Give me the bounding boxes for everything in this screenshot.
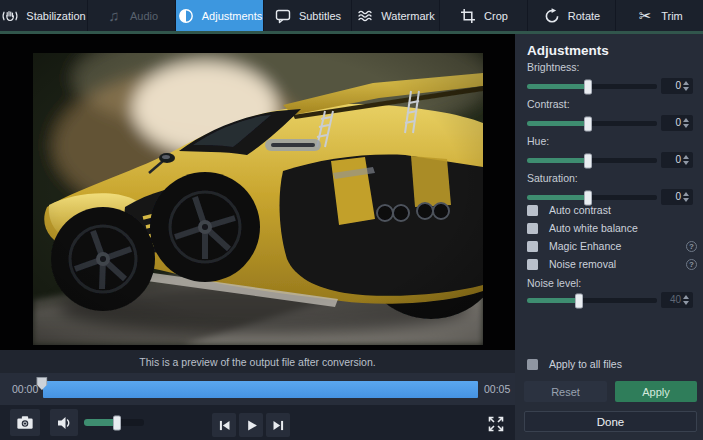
help-icon[interactable]: ? (686, 241, 697, 252)
magic-enhance-label: Magic Enhance (549, 240, 621, 252)
brightness-label: Brightness: (527, 61, 693, 74)
snapshot-button[interactable] (10, 409, 40, 436)
tab-rotate[interactable]: Rotate (528, 0, 616, 31)
slider-fill (527, 298, 579, 303)
next-frame-button[interactable] (266, 413, 290, 437)
magic-enhance-row[interactable]: Magic Enhance ? (527, 239, 697, 253)
spin-down-arrow (683, 301, 689, 305)
contrast-control: Contrast: 0 (527, 98, 693, 131)
video-converter-window: Stabilization ♫ Audio Adjustments S (0, 0, 703, 440)
apply-to-all-row[interactable]: Apply to all files (527, 357, 697, 371)
previous-frame-icon (217, 418, 232, 433)
adjustments-panel: Adjustments Brightness: 0 Contrast: (515, 34, 703, 440)
top-toolbar: Stabilization ♫ Audio Adjustments S (0, 0, 703, 31)
hue-label: Hue: (527, 135, 693, 148)
noise-level-slider[interactable] (527, 298, 657, 303)
panel-title: Adjustments (527, 43, 609, 58)
tab-label: Audio (130, 10, 158, 22)
apply-to-all-label: Apply to all files (549, 358, 622, 370)
contrast-value-spinbox[interactable]: 0 (661, 115, 693, 131)
auto-contrast-row[interactable]: Auto contrast (527, 203, 697, 217)
contrast-label: Contrast: (527, 98, 693, 111)
noise-level-control: 40 (527, 292, 693, 308)
contrast-slider-thumb[interactable] (584, 116, 592, 131)
help-icon[interactable]: ? (686, 259, 697, 270)
volume-speaker-icon (56, 415, 72, 431)
spin-up-arrow[interactable] (683, 192, 689, 196)
saturation-label: Saturation: (527, 172, 693, 185)
noise-removal-checkbox[interactable] (527, 259, 538, 270)
contrast-value: 0 (675, 115, 681, 131)
tab-adjustments[interactable]: Adjustments (176, 0, 264, 31)
stabilization-hand-icon (1, 7, 19, 24)
brightness-control: Brightness: 0 (527, 61, 693, 94)
video-preview-area (0, 34, 515, 350)
tab-label: Adjustments (202, 10, 263, 22)
contrast-slider[interactable] (527, 121, 657, 126)
tab-subtitles[interactable]: Subtitles (264, 0, 352, 31)
time-start-label: 00:00 (12, 373, 38, 405)
spin-up-arrow[interactable] (683, 81, 689, 85)
spin-down-arrow[interactable] (683, 161, 689, 165)
slider-fill (527, 195, 588, 200)
tab-stabilization[interactable]: Stabilization (0, 0, 88, 31)
tab-watermark[interactable]: Watermark (352, 0, 440, 31)
snapshot-camera-icon (16, 415, 34, 430)
spin-up-arrow[interactable] (683, 155, 689, 159)
video-frame-car-image (33, 53, 483, 345)
spin-down-arrow[interactable] (683, 198, 689, 202)
seek-bar[interactable] (43, 381, 478, 398)
auto-white-balance-row[interactable]: Auto white balance (527, 221, 697, 235)
slider-fill (527, 158, 588, 163)
audio-note-icon: ♫ (105, 7, 123, 24)
hue-slider[interactable] (527, 158, 657, 163)
saturation-slider[interactable] (527, 195, 657, 200)
next-frame-icon (271, 418, 286, 433)
play-icon (244, 418, 259, 433)
tab-label: Stabilization (26, 10, 85, 22)
auto-white-balance-label: Auto white balance (549, 222, 638, 234)
watermark-waves-icon (356, 7, 374, 24)
slider-fill (527, 121, 588, 126)
tab-label: Watermark (381, 10, 434, 22)
tab-crop[interactable]: Crop (440, 0, 528, 31)
fullscreen-button[interactable] (485, 413, 507, 435)
noise-level-value: 40 (670, 292, 681, 308)
noise-level-slider-thumb[interactable] (575, 293, 583, 308)
spin-up-arrow[interactable] (683, 118, 689, 122)
noise-removal-label: Noise removal (549, 258, 616, 270)
noise-removal-row[interactable]: Noise removal ? (527, 257, 697, 271)
rotate-arrow-icon (543, 7, 561, 24)
transport-bar (0, 405, 515, 440)
volume-thumb[interactable] (113, 415, 121, 430)
play-button[interactable] (239, 413, 263, 437)
brightness-slider[interactable] (527, 84, 657, 89)
noise-level-label: Noise level: (527, 277, 581, 290)
tab-trim[interactable]: ✂ Trim (616, 0, 703, 31)
crop-frame-icon (459, 7, 477, 24)
auto-white-balance-checkbox[interactable] (527, 223, 538, 234)
apply-button[interactable]: Apply (615, 381, 697, 402)
preview-hint-text: This is a preview of the output file aft… (139, 356, 375, 368)
auto-contrast-label: Auto contrast (549, 204, 611, 216)
volume-slider[interactable] (84, 419, 144, 426)
saturation-control: Saturation: 0 (527, 172, 693, 205)
reset-button[interactable]: Reset (524, 381, 607, 402)
auto-contrast-checkbox[interactable] (527, 205, 538, 216)
tab-label: Rotate (568, 10, 600, 22)
spin-down-arrow[interactable] (683, 124, 689, 128)
previous-frame-button[interactable] (212, 413, 236, 437)
apply-to-all-checkbox[interactable] (527, 359, 538, 370)
spin-up-arrow (683, 295, 689, 299)
magic-enhance-checkbox[interactable] (527, 241, 538, 252)
slider-fill (527, 84, 588, 89)
brightness-slider-thumb[interactable] (584, 79, 592, 94)
volume-button[interactable] (50, 409, 78, 436)
preview-hint: This is a preview of the output file aft… (0, 350, 515, 373)
hue-value-spinbox[interactable]: 0 (661, 152, 693, 168)
done-button[interactable]: Done (524, 411, 697, 432)
time-end-label: 00:05 (484, 373, 510, 405)
hue-slider-thumb[interactable] (584, 153, 592, 168)
spin-down-arrow[interactable] (683, 87, 689, 91)
brightness-value-spinbox[interactable]: 0 (661, 78, 693, 94)
